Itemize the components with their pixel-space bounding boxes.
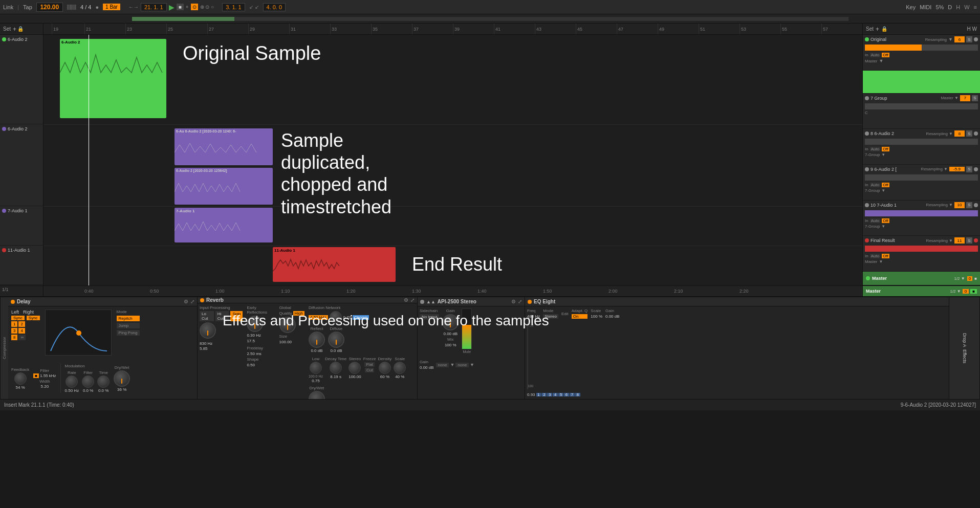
delay-rate-knob[interactable]	[66, 376, 78, 388]
reverb-input-knob[interactable]	[200, 322, 216, 339]
delay-settings-icon[interactable]: ⚙	[184, 299, 188, 304]
loop-toggle[interactable]: ⊙	[191, 4, 198, 10]
mixer-fader-final[interactable]	[865, 246, 978, 252]
beat-1-l[interactable]: 1	[11, 321, 17, 327]
reverb-diffuse-knob[interactable]	[328, 332, 344, 348]
auto-8[interactable]: Auto	[870, 147, 880, 151]
api2500-none1[interactable]: none	[436, 363, 449, 367]
api2500-noinput-btn[interactable]: No Input	[420, 314, 439, 320]
reverb-flat-btn[interactable]: Flat	[364, 362, 374, 367]
mixer-s-9[interactable]: S	[966, 166, 972, 172]
auto-9[interactable]: Auto	[870, 183, 880, 187]
clip-audio2-dup2[interactable]: 6-Audio 2 [2020-03-20 125642]	[175, 168, 273, 205]
tempo-display[interactable]: 120.00	[36, 3, 63, 12]
mixer-s-original[interactable]: S	[966, 36, 972, 42]
mixer-vol-final[interactable]: 11	[954, 237, 965, 244]
off-final[interactable]: Off	[882, 254, 889, 258]
time-sig[interactable]: 4 / 4	[80, 4, 91, 10]
eq-band-1[interactable]: 1	[536, 393, 541, 396]
add-track-icon[interactable]: +	[13, 26, 16, 33]
master-routing[interactable]: 1/2 ▼	[954, 276, 965, 281]
eq-graph[interactable]: -12 100 1k 10k	[527, 322, 528, 389]
hw-button[interactable]: H	[956, 4, 960, 10]
off-label-1[interactable]: Off	[882, 53, 889, 57]
delay-feedback-knob[interactable]	[14, 372, 27, 385]
reverb-cut-btn[interactable]: Cut	[365, 368, 374, 372]
beat-3-l[interactable]: 3	[11, 328, 17, 334]
track-header-2[interactable]: 6-Audio 2	[0, 124, 43, 206]
mixer-vol-7group[interactable]: 7	[960, 95, 970, 101]
master-vol[interactable]: 0	[967, 276, 972, 281]
position-display[interactable]: 21. 1. 1	[141, 3, 167, 11]
tap-button[interactable]: Tap	[23, 4, 32, 10]
mixer-s-final[interactable]: S	[966, 237, 972, 244]
api2500-gain-knob[interactable]	[442, 314, 459, 330]
clip-audio2-dup1[interactable]: 6-Au 6-Audio 2 [2020-03-20 1240: 6-	[175, 128, 273, 165]
off-8[interactable]: Off	[882, 147, 889, 151]
mixer-s-7group[interactable]: S	[972, 95, 978, 101]
reverb-freq-btn[interactable]: 4.50 kHz	[309, 315, 328, 320]
progress-bar[interactable]	[132, 17, 848, 21]
reverb-early-knob[interactable]	[247, 316, 263, 332]
delay-sync-r[interactable]: Sync	[27, 316, 40, 320]
track-header-1[interactable]: 6-Audio 2	[0, 35, 43, 124]
reverb-size-knob[interactable]	[279, 317, 296, 333]
auto-final[interactable]: Auto	[870, 254, 880, 258]
mixer-fader-8[interactable]	[865, 139, 978, 145]
clip-audio2-original[interactable]: 6-Audio 2	[60, 39, 166, 118]
clip-11audio1[interactable]: 11-Audio 1	[273, 247, 396, 282]
mixer-vol-9[interactable]: -5.9	[949, 167, 965, 171]
eq-mode-val[interactable]: Stereo	[543, 314, 558, 319]
dropdown-arrow-1[interactable]: ▼	[948, 37, 953, 42]
track-header-4[interactable]: 11-Audio 1	[0, 246, 43, 285]
api2500-settings-icon[interactable]: ⚙	[511, 299, 516, 304]
master-vol-2[interactable]: 0	[963, 289, 969, 294]
eq-band-3[interactable]: 3	[547, 393, 552, 396]
mixer-fader-original[interactable]	[865, 45, 978, 51]
mixer-vol-10[interactable]: 10	[954, 202, 965, 208]
midi-button[interactable]: MIDI	[920, 4, 931, 10]
api2500-none2[interactable]: none	[455, 363, 469, 367]
lock-icon[interactable]: 🔒	[17, 26, 24, 32]
loop-end-display[interactable]: 4. 0. 0	[263, 3, 286, 11]
reverb-power-dot[interactable]	[200, 298, 204, 302]
reverb-freq-knob[interactable]	[330, 311, 342, 323]
stop-button[interactable]: ■	[177, 4, 184, 10]
mixer-s-8[interactable]: S	[966, 130, 972, 137]
off-10[interactable]: Off	[882, 218, 889, 223]
delay-filter-active[interactable]: ■	[33, 373, 39, 378]
master-toggle[interactable]: ■	[970, 289, 977, 294]
delay-jump-btn[interactable]: Jump	[117, 323, 140, 328]
set-add-icon[interactable]: +	[876, 26, 879, 33]
mixer-fader-10[interactable]	[865, 210, 978, 216]
api2500-power-dot[interactable]	[420, 300, 424, 304]
eq-band-4[interactable]: 4	[553, 393, 558, 396]
mixer-vol-8[interactable]: 8	[954, 130, 965, 137]
beat-2-l[interactable]: 2	[18, 321, 25, 327]
d-button[interactable]: D	[948, 4, 952, 10]
beat-8-l[interactable]: 8	[11, 335, 17, 340]
eq-band-2[interactable]: 2	[541, 393, 547, 396]
beat-4-l[interactable]: 4	[18, 328, 25, 334]
delay-power-dot[interactable]	[11, 300, 15, 304]
link-button[interactable]: Link	[3, 4, 13, 10]
eq-band-6[interactable]: 6	[564, 393, 569, 396]
delay-resize-icon[interactable]: ⤢	[190, 299, 194, 304]
off-9[interactable]: Off	[882, 183, 889, 187]
reverb-drywet-knob[interactable]	[309, 391, 325, 399]
reverb-reflect-knob[interactable]	[309, 332, 325, 348]
routing-arrow-1[interactable]: ▼	[879, 58, 883, 63]
auto-label-1[interactable]: Auto	[870, 53, 880, 57]
w-button[interactable]: W	[964, 4, 969, 10]
key-button[interactable]: Key	[906, 4, 916, 10]
eq-band-7[interactable]: 7	[570, 393, 575, 396]
reverb-density-knob[interactable]	[379, 362, 391, 374]
delay-pingpong-btn[interactable]: Ping Pong	[117, 330, 140, 336]
delay-drywet-knob[interactable]	[114, 370, 130, 387]
api2500-mute-btn[interactable]: Mute	[463, 350, 471, 354]
reverb-resize-icon[interactable]: ⤢	[410, 297, 415, 303]
master-routing-2[interactable]: 1/2 ▼	[950, 289, 961, 294]
mixer-s-10[interactable]: S	[966, 202, 972, 208]
play-button[interactable]: ▶	[169, 3, 175, 11]
eq-band-5[interactable]: 5	[558, 393, 563, 396]
